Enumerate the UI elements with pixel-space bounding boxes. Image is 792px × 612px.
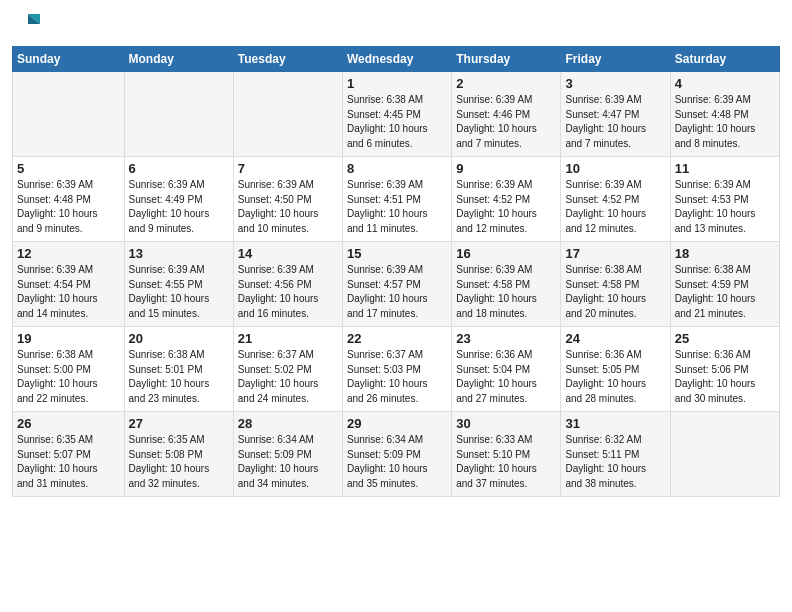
day-info: Sunrise: 6:34 AM Sunset: 5:09 PM Dayligh… (347, 433, 447, 491)
day-number: 2 (456, 76, 556, 91)
day-info: Sunrise: 6:38 AM Sunset: 4:58 PM Dayligh… (565, 263, 665, 321)
day-number: 16 (456, 246, 556, 261)
day-info: Sunrise: 6:39 AM Sunset: 4:54 PM Dayligh… (17, 263, 120, 321)
day-number: 14 (238, 246, 338, 261)
col-header-monday: Monday (124, 47, 233, 72)
day-info: Sunrise: 6:39 AM Sunset: 4:48 PM Dayligh… (17, 178, 120, 236)
day-number: 17 (565, 246, 665, 261)
day-cell: 17Sunrise: 6:38 AM Sunset: 4:58 PM Dayli… (561, 242, 670, 327)
day-number: 23 (456, 331, 556, 346)
calendar-table: SundayMondayTuesdayWednesdayThursdayFrid… (12, 46, 780, 497)
day-info: Sunrise: 6:38 AM Sunset: 5:01 PM Dayligh… (129, 348, 229, 406)
day-number: 5 (17, 161, 120, 176)
day-info: Sunrise: 6:36 AM Sunset: 5:04 PM Dayligh… (456, 348, 556, 406)
day-cell: 5Sunrise: 6:39 AM Sunset: 4:48 PM Daylig… (13, 157, 125, 242)
day-number: 27 (129, 416, 229, 431)
day-number: 8 (347, 161, 447, 176)
day-cell: 30Sunrise: 6:33 AM Sunset: 5:10 PM Dayli… (452, 412, 561, 497)
day-number: 11 (675, 161, 775, 176)
day-info: Sunrise: 6:39 AM Sunset: 4:53 PM Dayligh… (675, 178, 775, 236)
day-number: 3 (565, 76, 665, 91)
day-info: Sunrise: 6:39 AM Sunset: 4:50 PM Dayligh… (238, 178, 338, 236)
day-number: 26 (17, 416, 120, 431)
day-number: 13 (129, 246, 229, 261)
day-info: Sunrise: 6:39 AM Sunset: 4:46 PM Dayligh… (456, 93, 556, 151)
day-info: Sunrise: 6:39 AM Sunset: 4:58 PM Dayligh… (456, 263, 556, 321)
day-cell: 16Sunrise: 6:39 AM Sunset: 4:58 PM Dayli… (452, 242, 561, 327)
col-header-thursday: Thursday (452, 47, 561, 72)
day-cell: 11Sunrise: 6:39 AM Sunset: 4:53 PM Dayli… (670, 157, 779, 242)
day-number: 7 (238, 161, 338, 176)
day-number: 22 (347, 331, 447, 346)
week-row-2: 5Sunrise: 6:39 AM Sunset: 4:48 PM Daylig… (13, 157, 780, 242)
day-number: 19 (17, 331, 120, 346)
day-info: Sunrise: 6:37 AM Sunset: 5:02 PM Dayligh… (238, 348, 338, 406)
day-info: Sunrise: 6:39 AM Sunset: 4:51 PM Dayligh… (347, 178, 447, 236)
day-number: 18 (675, 246, 775, 261)
day-cell: 12Sunrise: 6:39 AM Sunset: 4:54 PM Dayli… (13, 242, 125, 327)
day-cell: 15Sunrise: 6:39 AM Sunset: 4:57 PM Dayli… (343, 242, 452, 327)
day-cell (233, 72, 342, 157)
day-number: 1 (347, 76, 447, 91)
page-container: SundayMondayTuesdayWednesdayThursdayFrid… (0, 0, 792, 507)
day-info: Sunrise: 6:38 AM Sunset: 4:59 PM Dayligh… (675, 263, 775, 321)
day-cell: 6Sunrise: 6:39 AM Sunset: 4:49 PM Daylig… (124, 157, 233, 242)
day-cell: 3Sunrise: 6:39 AM Sunset: 4:47 PM Daylig… (561, 72, 670, 157)
col-header-friday: Friday (561, 47, 670, 72)
day-number: 24 (565, 331, 665, 346)
day-number: 29 (347, 416, 447, 431)
week-row-1: 1Sunrise: 6:38 AM Sunset: 4:45 PM Daylig… (13, 72, 780, 157)
day-info: Sunrise: 6:39 AM Sunset: 4:55 PM Dayligh… (129, 263, 229, 321)
day-number: 31 (565, 416, 665, 431)
day-info: Sunrise: 6:35 AM Sunset: 5:08 PM Dayligh… (129, 433, 229, 491)
day-cell: 8Sunrise: 6:39 AM Sunset: 4:51 PM Daylig… (343, 157, 452, 242)
day-number: 30 (456, 416, 556, 431)
day-number: 4 (675, 76, 775, 91)
day-info: Sunrise: 6:33 AM Sunset: 5:10 PM Dayligh… (456, 433, 556, 491)
day-number: 20 (129, 331, 229, 346)
header (12, 10, 780, 38)
day-info: Sunrise: 6:36 AM Sunset: 5:06 PM Dayligh… (675, 348, 775, 406)
day-cell: 27Sunrise: 6:35 AM Sunset: 5:08 PM Dayli… (124, 412, 233, 497)
day-cell: 14Sunrise: 6:39 AM Sunset: 4:56 PM Dayli… (233, 242, 342, 327)
day-number: 9 (456, 161, 556, 176)
day-cell: 18Sunrise: 6:38 AM Sunset: 4:59 PM Dayli… (670, 242, 779, 327)
week-row-4: 19Sunrise: 6:38 AM Sunset: 5:00 PM Dayli… (13, 327, 780, 412)
day-info: Sunrise: 6:39 AM Sunset: 4:49 PM Dayligh… (129, 178, 229, 236)
day-number: 12 (17, 246, 120, 261)
day-cell: 4Sunrise: 6:39 AM Sunset: 4:48 PM Daylig… (670, 72, 779, 157)
day-cell: 7Sunrise: 6:39 AM Sunset: 4:50 PM Daylig… (233, 157, 342, 242)
day-number: 25 (675, 331, 775, 346)
day-info: Sunrise: 6:39 AM Sunset: 4:52 PM Dayligh… (565, 178, 665, 236)
day-cell: 31Sunrise: 6:32 AM Sunset: 5:11 PM Dayli… (561, 412, 670, 497)
day-info: Sunrise: 6:39 AM Sunset: 4:56 PM Dayligh… (238, 263, 338, 321)
day-cell: 23Sunrise: 6:36 AM Sunset: 5:04 PM Dayli… (452, 327, 561, 412)
day-info: Sunrise: 6:38 AM Sunset: 5:00 PM Dayligh… (17, 348, 120, 406)
day-info: Sunrise: 6:35 AM Sunset: 5:07 PM Dayligh… (17, 433, 120, 491)
day-info: Sunrise: 6:38 AM Sunset: 4:45 PM Dayligh… (347, 93, 447, 151)
day-cell: 24Sunrise: 6:36 AM Sunset: 5:05 PM Dayli… (561, 327, 670, 412)
day-number: 6 (129, 161, 229, 176)
day-info: Sunrise: 6:34 AM Sunset: 5:09 PM Dayligh… (238, 433, 338, 491)
day-cell: 19Sunrise: 6:38 AM Sunset: 5:00 PM Dayli… (13, 327, 125, 412)
day-cell: 21Sunrise: 6:37 AM Sunset: 5:02 PM Dayli… (233, 327, 342, 412)
day-cell: 28Sunrise: 6:34 AM Sunset: 5:09 PM Dayli… (233, 412, 342, 497)
day-cell: 25Sunrise: 6:36 AM Sunset: 5:06 PM Dayli… (670, 327, 779, 412)
day-cell: 10Sunrise: 6:39 AM Sunset: 4:52 PM Dayli… (561, 157, 670, 242)
logo (12, 10, 44, 38)
day-number: 15 (347, 246, 447, 261)
day-info: Sunrise: 6:37 AM Sunset: 5:03 PM Dayligh… (347, 348, 447, 406)
day-cell: 26Sunrise: 6:35 AM Sunset: 5:07 PM Dayli… (13, 412, 125, 497)
col-header-wednesday: Wednesday (343, 47, 452, 72)
day-cell (670, 412, 779, 497)
week-row-5: 26Sunrise: 6:35 AM Sunset: 5:07 PM Dayli… (13, 412, 780, 497)
day-info: Sunrise: 6:36 AM Sunset: 5:05 PM Dayligh… (565, 348, 665, 406)
day-info: Sunrise: 6:39 AM Sunset: 4:47 PM Dayligh… (565, 93, 665, 151)
col-header-tuesday: Tuesday (233, 47, 342, 72)
day-cell (13, 72, 125, 157)
day-number: 10 (565, 161, 665, 176)
day-number: 21 (238, 331, 338, 346)
day-cell (124, 72, 233, 157)
day-cell: 22Sunrise: 6:37 AM Sunset: 5:03 PM Dayli… (343, 327, 452, 412)
day-cell: 13Sunrise: 6:39 AM Sunset: 4:55 PM Dayli… (124, 242, 233, 327)
